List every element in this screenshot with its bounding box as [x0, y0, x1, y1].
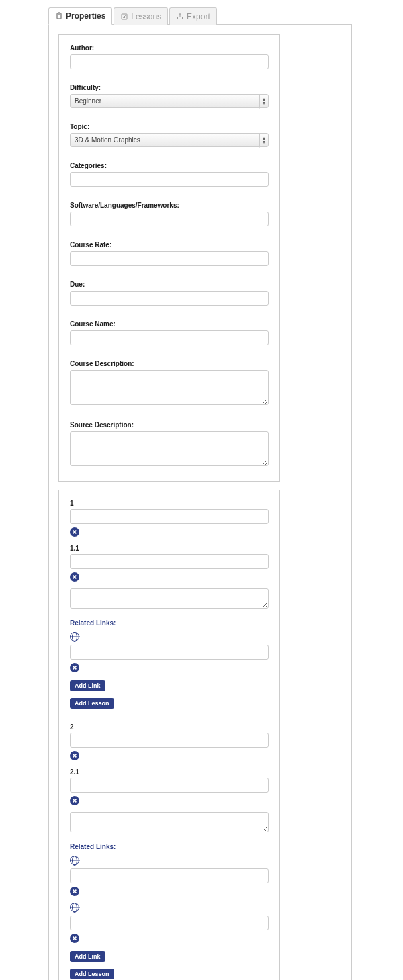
tab-properties[interactable]: Properties [48, 7, 112, 25]
categories-label: Categories: [70, 162, 269, 169]
outline-section: 2 2.1 Related Links: [70, 723, 269, 980]
topic-label: Topic: [70, 123, 269, 130]
lesson-title-input[interactable] [70, 554, 269, 569]
close-icon [72, 574, 77, 580]
lesson-num: 1.1 [70, 545, 269, 552]
globe-icon [70, 856, 79, 865]
name-label: Course Name: [70, 320, 269, 328]
delete-lesson-button[interactable] [70, 796, 79, 805]
section-num: 2 [70, 723, 269, 731]
delete-link-button[interactable] [70, 934, 79, 943]
lesson-extra-input[interactable] [70, 812, 269, 832]
delete-link-button[interactable] [70, 663, 79, 672]
link-input[interactable] [70, 916, 269, 930]
link-input[interactable] [70, 645, 269, 660]
lesson-extra-input[interactable] [70, 588, 269, 609]
desc-label: Course Description: [70, 360, 269, 367]
author-input[interactable] [70, 54, 269, 69]
tab-properties-label: Properties [66, 11, 105, 21]
properties-card: Author: Difficulty: Beginner ▴▾ Topic: 3… [58, 34, 280, 482]
due-input[interactable] [70, 291, 269, 306]
rate-input[interactable] [70, 251, 269, 266]
export-icon [176, 13, 184, 21]
close-icon [72, 753, 77, 758]
link-item [70, 632, 269, 672]
section-num: 1 [70, 500, 269, 507]
source-label: Source Description: [70, 421, 269, 429]
close-icon [72, 529, 77, 535]
name-input[interactable] [70, 330, 269, 345]
related-links-label: Related Links: [70, 843, 269, 850]
globe-icon [70, 632, 79, 641]
section-title-input[interactable] [70, 733, 269, 748]
tab-export[interactable]: Export [169, 7, 217, 25]
lesson-title-input[interactable] [70, 778, 269, 793]
author-label: Author: [70, 44, 269, 52]
delete-link-button[interactable] [70, 887, 79, 896]
related-links-label: Related Links: [70, 619, 269, 627]
add-link-button[interactable]: Add Link [70, 951, 105, 962]
software-input[interactable] [70, 212, 269, 226]
delete-section-button[interactable] [70, 527, 79, 537]
difficulty-label: Difficulty: [70, 84, 269, 91]
due-label: Due: [70, 281, 269, 288]
add-lesson-button[interactable]: Add Lesson [70, 969, 114, 979]
software-label: Software/Languages/Frameworks: [70, 202, 269, 209]
topic-select[interactable]: 3D & Motion Graphics [70, 133, 269, 147]
link-item [70, 856, 269, 896]
globe-icon [70, 903, 79, 912]
svg-rect-1 [58, 13, 60, 14]
link-input[interactable] [70, 868, 269, 883]
close-icon [72, 665, 77, 670]
difficulty-select[interactable]: Beginner [70, 94, 269, 108]
tab-lessons-label: Lessons [131, 12, 161, 21]
lesson-num: 2.1 [70, 768, 269, 776]
add-lesson-button[interactable]: Add Lesson [70, 698, 114, 709]
clipboard-icon [55, 12, 63, 20]
delete-lesson-button[interactable] [70, 572, 79, 582]
tab-export-label: Export [187, 12, 210, 21]
add-link-button[interactable]: Add Link [70, 680, 105, 691]
rate-label: Course Rate: [70, 241, 269, 249]
tab-lessons[interactable]: Lessons [114, 7, 168, 25]
outline-section: 1 1.1 Related Links: [70, 500, 269, 710]
link-item [70, 903, 269, 943]
source-textarea[interactable] [70, 431, 269, 466]
desc-textarea[interactable] [70, 370, 269, 405]
close-icon [72, 889, 77, 894]
delete-section-button[interactable] [70, 751, 79, 760]
section-title-input[interactable] [70, 509, 269, 524]
categories-input[interactable] [70, 172, 269, 187]
close-icon [72, 798, 77, 803]
panel: Author: Difficulty: Beginner ▴▾ Topic: 3… [48, 24, 352, 980]
edit-icon [120, 13, 128, 21]
close-icon [72, 936, 77, 941]
tabs: Properties Lessons Export [48, 7, 403, 24]
outline-card: 1 1.1 Related Links: [58, 490, 280, 980]
